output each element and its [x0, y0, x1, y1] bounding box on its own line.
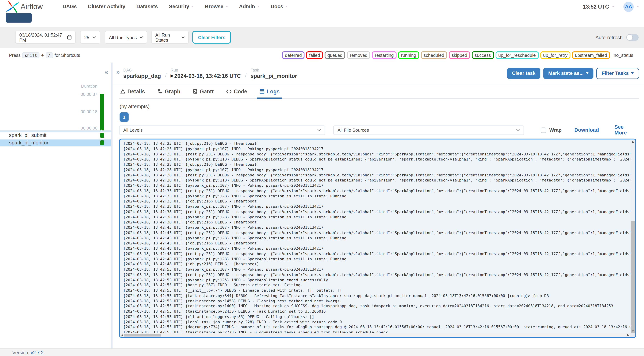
scroll-down-icon[interactable]	[632, 330, 634, 332]
nav-menu-label: Cluster Activity	[88, 4, 126, 10]
tab-logs[interactable]: Logs	[258, 84, 281, 98]
run-filter-bar: 03/18/2024, 01:52:47 PM 25 All Run Types…	[0, 27, 644, 48]
vertical-scroll-thumb[interactable]	[631, 221, 635, 333]
breadcrumb-dag-value: sparkapp_dag	[123, 73, 161, 79]
run-states-select[interactable]: All Run States	[151, 31, 189, 44]
dag-run-duration-bar[interactable]: ▶	[100, 94, 104, 131]
nav-menu-item[interactable]: Datasets	[136, 4, 158, 10]
scroll-up-icon[interactable]	[632, 141, 634, 143]
log-line: [2024-03-18, 13:42:28 UTC] {pyspark_pi.p…	[123, 178, 630, 183]
collapse-sidebar-icon[interactable]: «	[105, 68, 108, 75]
shortcuts-suffix: for Shortcuts	[54, 53, 80, 58]
file-sources-select[interactable]: All File Sources	[334, 125, 524, 135]
log-line: [2024-03-18, 13:42:53 UTC] {base.py:287}…	[123, 283, 630, 288]
state-badge[interactable]: scheduled	[421, 51, 447, 59]
caret-down-icon	[285, 6, 288, 7]
mark-state-as-button[interactable]: Mark state as...	[544, 68, 594, 79]
log-vertical-scrollbar[interactable]	[630, 139, 635, 333]
version-link[interactable]: v2.7.2	[31, 350, 44, 355]
tab-graph[interactable]: Graph	[156, 84, 182, 98]
base-date-input[interactable]: 03/18/2024, 01:52:47 PM	[15, 31, 76, 44]
tab-code[interactable]: Code	[225, 84, 248, 98]
auto-refresh-toggle[interactable]	[626, 34, 639, 41]
breadcrumb-task[interactable]: Task spark_pi_monitor	[251, 68, 297, 79]
sidebar-scroll-track[interactable]	[0, 130, 111, 132]
run-types-select[interactable]: All Run Types	[105, 31, 147, 44]
clock-label[interactable]: 13:52 UTC	[583, 4, 609, 10]
log-line: [2024-03-18, 13:42:43 UTC] {pyspark_pi.p…	[123, 225, 630, 230]
task-actions: Clear task Mark state as... Filter Tasks	[507, 68, 639, 79]
log-toolbar: All Levels All File Sources Wrap Downloa…	[119, 124, 636, 136]
state-badge[interactable]: up_for_reschedule	[495, 51, 538, 59]
scroll-right-icon[interactable]	[627, 334, 629, 336]
caret-down-icon	[191, 6, 194, 7]
attempt-1-button[interactable]: 1	[120, 112, 129, 122]
clear-filters-button[interactable]: Clear Filters	[192, 31, 231, 44]
nav-menu-label: Security	[169, 4, 189, 10]
breadcrumb-row: » DAG sparkapp_dag / Run ▶2024-03-18, 13…	[113, 63, 644, 84]
task-row-spark-pi-submit[interactable]: spark_pi_submit	[0, 132, 111, 139]
state-badge[interactable]: restarting	[372, 51, 397, 59]
caret-down-icon	[636, 6, 639, 7]
tab-label: Graph	[165, 88, 180, 94]
tab-gantt[interactable]: Gantt	[192, 84, 215, 98]
nav-menu-label: Docs	[270, 4, 283, 10]
tab-details[interactable]: Details	[119, 84, 146, 98]
log-line: [2024-03-18, 13:42:53 UTC] {taskinstance…	[123, 309, 630, 314]
state-badge[interactable]: queued	[324, 51, 345, 59]
clear-task-button[interactable]: Clear task	[507, 68, 540, 79]
file-sources-value: All File Sources	[338, 127, 369, 132]
page-size-select[interactable]: 25	[80, 31, 100, 44]
log-line: [2024-03-18, 13:42:53 UTC] {pyspark_pi.p…	[123, 277, 630, 283]
nav-menu-item[interactable]: DAGs	[62, 4, 77, 10]
state-badge[interactable]: skipped	[449, 51, 470, 59]
nav-menu-item[interactable]: Browse	[205, 4, 228, 10]
log-levels-select[interactable]: All Levels	[119, 125, 325, 135]
state-badge[interactable]: removed	[347, 51, 370, 59]
task-label: spark_pi_submit	[9, 132, 46, 138]
calendar-icon	[68, 35, 72, 40]
log-levels-value: All Levels	[123, 127, 143, 132]
breadcrumb-run[interactable]: Run ▶2024-03-18, 13:42:16 UTC	[171, 68, 241, 79]
scroll-left-icon[interactable]	[121, 334, 123, 336]
graph-icon	[157, 89, 162, 94]
nav-menu-item[interactable]: Cluster Activity	[88, 4, 126, 10]
filter-tasks-button[interactable]: Filter Tasks	[596, 68, 639, 79]
state-badge[interactable]: no_status	[612, 52, 636, 58]
caret-down-icon	[612, 6, 614, 7]
state-badge[interactable]: running	[398, 51, 419, 59]
auto-refresh-control: Auto-refresh	[596, 34, 638, 41]
duration-tick: 00:00:37	[80, 92, 97, 97]
log-line: [2024-03-18, 13:42:38 UTC] {rest.py:231}…	[123, 209, 630, 215]
avatar[interactable]: AA	[624, 2, 634, 12]
expand-sidebar-icon[interactable]: »	[116, 68, 120, 75]
log-horizontal-scrollbar[interactable]	[120, 333, 630, 337]
nav-menu-item[interactable]: Security	[169, 4, 194, 10]
log-line: [2024-03-18, 13:42:53 UTC] {local_task_j…	[123, 319, 630, 325]
state-badge[interactable]: success	[472, 51, 494, 59]
state-badge[interactable]: upstream_failed	[572, 51, 610, 59]
sidebar-resize-divider[interactable]	[111, 63, 112, 348]
download-link[interactable]: Download	[574, 127, 599, 133]
state-badge[interactable]: failed	[306, 51, 323, 59]
breadcrumb-dag[interactable]: DAG sparkapp_dag	[123, 68, 161, 79]
nav-menu-item[interactable]: Admin	[239, 4, 260, 10]
task-detail-panel: » DAG sparkapp_dag / Run ▶2024-03-18, 13…	[113, 63, 644, 348]
chevron-down-icon	[140, 36, 143, 39]
horizontal-scroll-thumb[interactable]	[124, 334, 161, 336]
task-row-spark-pi-monitor[interactable]: spark_pi_monitor	[0, 139, 111, 146]
log-line: [2024-03-18, 13:42:23 UTC] {pyspark_pi.p…	[123, 157, 630, 162]
log-line: [2024-03-18, 13:42:28 UTC] {job.py:216} …	[123, 162, 630, 167]
task-status-square-success[interactable]	[100, 140, 104, 145]
see-more-link[interactable]: See More	[614, 124, 636, 136]
task-status-square-success[interactable]	[100, 133, 104, 138]
wrap-checkbox[interactable]	[541, 127, 546, 133]
grid-sidebar: « Duration 00:00:37 00:00:18 00:00:00 ▶ …	[0, 63, 111, 348]
nav-menu-label: Datasets	[136, 4, 158, 10]
state-badge[interactable]: deferred	[282, 51, 304, 59]
version-label: Version:	[12, 350, 30, 355]
airflow-logo[interactable]: Airflow	[6, 0, 43, 14]
state-badge[interactable]: up_for_retry	[540, 51, 570, 59]
nav-menu-item[interactable]: Docs	[270, 4, 288, 10]
airflow-app: Airflow DAGs Cluster Activity Datasets	[0, 0, 644, 356]
